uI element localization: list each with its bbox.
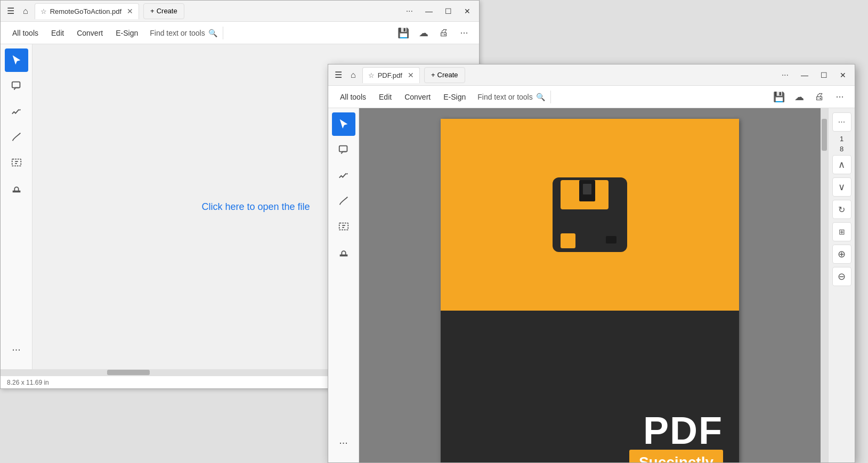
pdf-markup-tool[interactable] bbox=[332, 164, 355, 187]
hamburger-menu-2[interactable]: ☰ bbox=[332, 68, 344, 82]
page-number: 1 bbox=[840, 135, 843, 143]
tab-title-2: PDF.pdf bbox=[378, 71, 402, 79]
hamburger-menu-1[interactable]: ☰ bbox=[5, 4, 17, 18]
plus-icon-2: + bbox=[431, 71, 435, 79]
toolbar-actions-1: 💾 ☁ 🖨 ··· bbox=[395, 25, 473, 42]
comment-tool-1[interactable] bbox=[5, 74, 28, 98]
toolbar-actions-2: 💾 ☁ 🖨 ··· bbox=[770, 88, 848, 105]
maximize-btn-2[interactable]: ☐ bbox=[816, 68, 831, 83]
pdf-cursor-tool[interactable] bbox=[332, 112, 355, 136]
tab-1[interactable]: ☆ RemoteGoToAction.pdf ✕ bbox=[35, 3, 139, 19]
convert-menu-2[interactable]: Convert bbox=[399, 90, 436, 104]
next-page-btn[interactable]: ∨ bbox=[832, 177, 851, 197]
minimize-btn-2[interactable]: — bbox=[797, 68, 812, 83]
pdf-draw-tool[interactable] bbox=[332, 189, 355, 213]
pdf-stamp-tool[interactable] bbox=[332, 240, 355, 264]
refresh-btn[interactable]: ↻ bbox=[832, 200, 851, 219]
save-btn-2[interactable]: 💾 bbox=[770, 88, 788, 105]
markup-tool-1[interactable] bbox=[5, 100, 28, 123]
star-icon-2: ☆ bbox=[368, 71, 375, 79]
pdf-comment-tool[interactable] bbox=[332, 138, 355, 161]
text-select-tool-1[interactable] bbox=[5, 151, 28, 174]
more-tools-1[interactable]: ··· bbox=[5, 337, 28, 361]
titlebar-dots-2[interactable]: ··· bbox=[777, 68, 793, 82]
menubar-1: All tools Edit Convert E-Sign Find text … bbox=[1, 22, 479, 44]
create-tab-2[interactable]: + Create bbox=[424, 67, 465, 83]
svg-rect-1 bbox=[12, 159, 21, 166]
titlebar-dots-1[interactable]: ··· bbox=[402, 4, 417, 18]
svg-rect-3 bbox=[339, 223, 348, 230]
print-btn-2[interactable]: 🖨 bbox=[811, 88, 828, 105]
create-label-2: Create bbox=[437, 71, 458, 79]
edit-menu-1[interactable]: Edit bbox=[46, 26, 69, 40]
upload-btn-1[interactable]: ☁ bbox=[415, 25, 432, 42]
pdf-text-select-tool[interactable] bbox=[332, 215, 355, 238]
divider-1 bbox=[223, 27, 223, 39]
pdf-cover-bottom: PDF Succinctly by Ryan Hodson bbox=[441, 311, 739, 462]
svg-rect-8 bbox=[561, 233, 575, 248]
cursor-tool-1[interactable] bbox=[5, 48, 28, 72]
create-label-1: Create bbox=[157, 7, 177, 15]
esign-menu-2[interactable]: E-Sign bbox=[438, 90, 471, 104]
search-bar-1[interactable]: Find text or tools 🔍 bbox=[150, 29, 217, 37]
stamp-tool-1[interactable] bbox=[5, 176, 28, 200]
total-pages: 8 bbox=[840, 145, 843, 153]
more-btn-2[interactable]: ··· bbox=[831, 88, 848, 105]
pdf-scrollbar-thumb[interactable] bbox=[822, 119, 827, 151]
titlebar-2: ☰ ⌂ ☆ PDF.pdf ✕ + Create ··· — ☐ ✕ bbox=[328, 64, 855, 86]
svg-rect-2 bbox=[339, 146, 347, 152]
all-tools-2[interactable]: All tools bbox=[335, 90, 371, 104]
pdf-more-tools[interactable]: ··· bbox=[332, 430, 355, 454]
home-icon-1[interactable]: ⌂ bbox=[21, 4, 30, 18]
tab-title-1: RemoteGoToAction.pdf bbox=[50, 7, 121, 15]
minimize-btn-1[interactable]: — bbox=[421, 4, 436, 19]
window2: ☰ ⌂ ☆ PDF.pdf ✕ + Create ··· — ☐ ✕ All t… bbox=[328, 64, 855, 463]
zoom-out-btn[interactable]: ⊖ bbox=[832, 267, 851, 286]
click-message[interactable]: Click here to open the file bbox=[201, 201, 310, 213]
pdf-scrollbar-right[interactable] bbox=[821, 108, 828, 462]
all-tools-1[interactable]: All tools bbox=[7, 26, 44, 40]
convert-menu-1[interactable]: Convert bbox=[71, 26, 108, 40]
search-icon-2[interactable]: 🔍 bbox=[536, 93, 545, 101]
pdf-page: PDF Succinctly by Ryan Hodson bbox=[441, 119, 739, 462]
upload-btn-2[interactable]: ☁ bbox=[791, 88, 808, 105]
star-icon-1: ☆ bbox=[40, 7, 47, 15]
close-btn-1[interactable]: ✕ bbox=[460, 4, 475, 19]
scrollbar-thumb-1[interactable] bbox=[107, 370, 150, 375]
floppy-disk-icon bbox=[547, 172, 632, 257]
tab-2[interactable]: ☆ PDF.pdf ✕ bbox=[362, 67, 420, 83]
home-icon-2[interactable]: ⌂ bbox=[348, 68, 358, 82]
pdf-badge: Succinctly bbox=[629, 450, 723, 462]
pdf-title: PDF bbox=[643, 411, 723, 450]
close-btn-2[interactable]: ✕ bbox=[835, 68, 850, 83]
more-options-btn[interactable]: ··· bbox=[832, 112, 851, 132]
search-text-2: Find text or tools bbox=[477, 93, 533, 101]
right-panel: ··· 1 8 ∧ ∨ ↻ ⊞ ⊕ ⊖ bbox=[828, 108, 855, 462]
search-text-1: Find text or tools bbox=[150, 29, 205, 37]
maximize-btn-1[interactable]: ☐ bbox=[441, 4, 456, 19]
zoom-in-btn[interactable]: ⊕ bbox=[832, 245, 851, 264]
thumbnail-btn[interactable]: ⊞ bbox=[832, 222, 851, 241]
save-btn-1[interactable]: 💾 bbox=[395, 25, 412, 42]
svg-rect-0 bbox=[12, 82, 20, 88]
pdf-sidebar: ··· bbox=[328, 108, 359, 462]
search-bar-2[interactable]: Find text or tools 🔍 bbox=[477, 93, 545, 101]
prev-page-btn[interactable]: ∧ bbox=[832, 155, 851, 174]
tab-close-2[interactable]: ✕ bbox=[408, 71, 414, 79]
print-btn-1[interactable]: 🖨 bbox=[435, 25, 452, 42]
pdf-viewer: PDF Succinctly by Ryan Hodson bbox=[359, 108, 821, 462]
sidebar-1: ··· bbox=[1, 44, 33, 369]
titlebar-1: ☰ ⌂ ☆ RemoteGoToAction.pdf ✕ + Create ··… bbox=[1, 1, 479, 22]
pdf-cover-top bbox=[441, 119, 739, 311]
more-btn-1[interactable]: ··· bbox=[456, 25, 473, 42]
tab-close-1[interactable]: ✕ bbox=[127, 7, 133, 15]
search-icon-1[interactable]: 🔍 bbox=[208, 29, 217, 37]
menubar-2: All tools Edit Convert E-Sign Find text … bbox=[328, 86, 855, 108]
svg-rect-9 bbox=[606, 236, 616, 243]
divider-2 bbox=[550, 91, 551, 103]
create-tab-1[interactable]: + Create bbox=[143, 3, 184, 19]
draw-tool-1[interactable] bbox=[5, 125, 28, 149]
edit-menu-2[interactable]: Edit bbox=[374, 90, 397, 104]
esign-menu-1[interactable]: E-Sign bbox=[110, 26, 143, 40]
svg-rect-7 bbox=[583, 184, 591, 194]
